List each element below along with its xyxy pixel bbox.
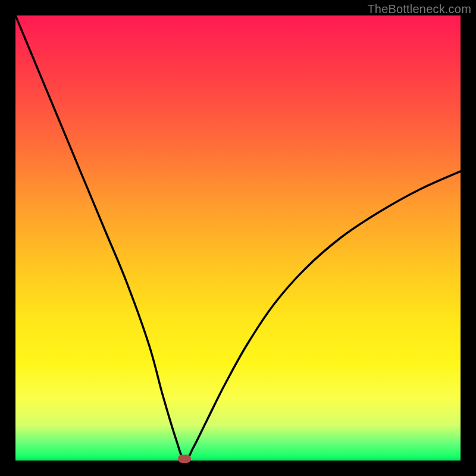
curve-svg [15,15,461,461]
minimum-marker [178,455,191,463]
plot-area [15,15,461,461]
watermark-text: TheBottleneck.com [367,2,471,16]
chart-frame: TheBottleneck.com [0,0,476,476]
bottleneck-curve-path [15,15,461,461]
